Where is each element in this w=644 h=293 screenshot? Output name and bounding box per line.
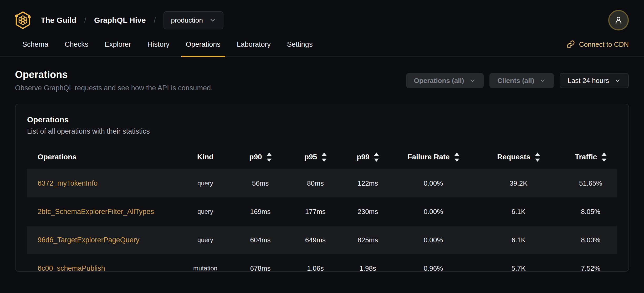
p99-cell: 1.98s — [342, 264, 394, 272]
req-cell: 39.2K — [473, 179, 564, 187]
chevron-down-icon — [209, 17, 216, 24]
target-selector-value: production — [171, 16, 203, 24]
kind-cell: query — [179, 180, 231, 187]
traffic-cell: 7.52% — [564, 264, 617, 272]
table-row: 96d6_TargetExplorerPageQueryquery604ms64… — [27, 226, 617, 254]
page-subtitle: Observe GraphQL requests and see how the… — [15, 84, 213, 92]
operation-link[interactable]: 6372_myTokenInfo — [38, 179, 98, 187]
column-header-fail[interactable]: Failure Rate — [394, 153, 473, 162]
period-filter-dropdown[interactable]: Last 24 hours — [560, 73, 629, 88]
breadcrumb-separator: / — [84, 16, 86, 24]
p95-cell: 1.06s — [289, 264, 341, 272]
breadcrumb-org[interactable]: The Guild — [41, 16, 76, 25]
req-cell: 6.1K — [473, 208, 564, 216]
tab-laboratory[interactable]: Laboratory — [233, 37, 275, 56]
page-title: Operations — [15, 69, 213, 80]
p99-cell: 825ms — [342, 236, 394, 244]
traffic-cell: 51.65% — [564, 179, 617, 187]
user-icon — [613, 15, 624, 25]
clients-filter-label: Clients (all) — [497, 77, 534, 85]
tab-checks[interactable]: Checks — [60, 37, 93, 56]
operation-link[interactable]: 6c00_schemaPublish — [38, 264, 105, 272]
p90-cell: 169ms — [232, 208, 289, 216]
period-filter-label: Last 24 hours — [568, 77, 609, 85]
p90-cell: 604ms — [232, 236, 289, 244]
kind-cell: query — [179, 236, 231, 244]
operation-name-cell: 96d6_TargetExplorerPageQuery — [27, 236, 179, 244]
traffic-cell: 8.03% — [564, 236, 617, 244]
tab-settings[interactable]: Settings — [283, 37, 317, 56]
p95-cell: 80ms — [289, 179, 341, 187]
req-cell: 5.7K — [473, 264, 564, 272]
card-subtitle: List of all operations with their statis… — [27, 127, 617, 135]
column-header-kind: Kind — [179, 153, 231, 161]
main-nav: SchemaChecksExplorerHistoryOperationsLab… — [0, 37, 644, 57]
column-label: Traffic — [575, 153, 597, 161]
p90-cell: 56ms — [232, 179, 289, 187]
tab-history[interactable]: History — [143, 37, 174, 56]
tab-operations[interactable]: Operations — [182, 37, 225, 56]
kind-cell: query — [179, 208, 231, 215]
column-header-traffic[interactable]: Traffic — [564, 153, 617, 162]
sort-arrows-icon[interactable] — [454, 153, 459, 162]
column-header-p90[interactable]: p90 — [232, 153, 289, 162]
p95-cell: 649ms — [289, 236, 341, 244]
traffic-cell: 8.05% — [564, 208, 617, 216]
breadcrumb-project[interactable]: GraphQL Hive — [94, 16, 146, 25]
sort-arrows-icon[interactable] — [602, 153, 606, 162]
p90-cell: 678ms — [232, 264, 289, 272]
column-header-req[interactable]: Requests — [473, 153, 564, 162]
table-header-row: OperationsKindp90p95p99Failure RateReque… — [27, 145, 617, 169]
operation-link[interactable]: 96d6_TargetExplorerPageQuery — [38, 236, 139, 244]
card-title: Operations — [27, 115, 617, 124]
operations-page: Operations Observe GraphQL requests and … — [0, 57, 644, 272]
fail-cell: 0.00% — [394, 208, 473, 216]
kind-cell: mutation — [179, 265, 231, 272]
column-header-name: Operations — [27, 153, 179, 161]
operation-name-cell: 2bfc_SchemaExplorerFilter_AllTypes — [27, 208, 179, 216]
clients-filter-dropdown[interactable]: Clients (all) — [489, 73, 554, 88]
operations-table: OperationsKindp90p95p99Failure RateReque… — [27, 145, 617, 272]
column-label: Operations — [38, 153, 76, 161]
operation-name-cell: 6372_myTokenInfo — [27, 179, 179, 187]
req-cell: 6.1K — [473, 236, 564, 244]
chevron-down-icon — [614, 77, 621, 84]
sort-arrows-icon[interactable] — [535, 153, 540, 162]
column-header-p99[interactable]: p99 — [342, 153, 394, 162]
nav-tabs: SchemaChecksExplorerHistoryOperationsLab… — [18, 37, 317, 56]
fail-cell: 0.96% — [394, 264, 473, 272]
sort-arrows-icon[interactable] — [322, 153, 326, 162]
page-heading: Operations Observe GraphQL requests and … — [15, 69, 213, 92]
link-icon — [566, 40, 575, 49]
user-avatar[interactable] — [608, 10, 629, 30]
operations-card: Operations List of all operations with t… — [15, 104, 629, 272]
breadcrumb-separator: / — [154, 16, 156, 24]
filter-bar: Operations (all) Clients (all) Last 24 h… — [406, 73, 629, 88]
connect-to-cdn-link[interactable]: Connect to CDN — [566, 40, 629, 49]
column-label: p95 — [304, 153, 317, 161]
operation-link[interactable]: 2bfc_SchemaExplorerFilter_AllTypes — [38, 208, 154, 216]
sort-arrows-icon[interactable] — [374, 153, 379, 162]
chevron-down-icon — [469, 77, 476, 84]
fail-cell: 0.00% — [394, 179, 473, 187]
p95-cell: 177ms — [289, 208, 341, 216]
column-label: Kind — [197, 153, 213, 161]
column-header-p95[interactable]: p95 — [289, 153, 341, 162]
fail-cell: 0.00% — [394, 236, 473, 244]
target-selector[interactable]: production — [163, 11, 223, 29]
table-body: 6372_myTokenInfoquery56ms80ms122ms0.00%3… — [27, 169, 617, 272]
top-header: The Guild / GraphQL Hive / production Sc… — [0, 0, 644, 57]
operations-filter-label: Operations (all) — [414, 77, 464, 85]
tab-explorer[interactable]: Explorer — [100, 37, 135, 56]
table-row: 2bfc_SchemaExplorerFilter_AllTypesquery1… — [27, 197, 617, 226]
sort-arrows-icon[interactable] — [267, 153, 272, 162]
column-label: Failure Rate — [407, 153, 449, 161]
breadcrumb: The Guild / GraphQL Hive / production — [15, 11, 223, 30]
column-label: Requests — [497, 153, 530, 161]
hive-logo-icon[interactable] — [15, 11, 31, 30]
connect-to-cdn-label: Connect to CDN — [579, 40, 629, 49]
operation-name-cell: 6c00_schemaPublish — [27, 264, 179, 272]
tab-schema[interactable]: Schema — [18, 37, 53, 56]
operations-filter-dropdown[interactable]: Operations (all) — [406, 73, 484, 88]
table-row: 6c00_schemaPublishmutation678ms1.06s1.98… — [27, 254, 617, 272]
